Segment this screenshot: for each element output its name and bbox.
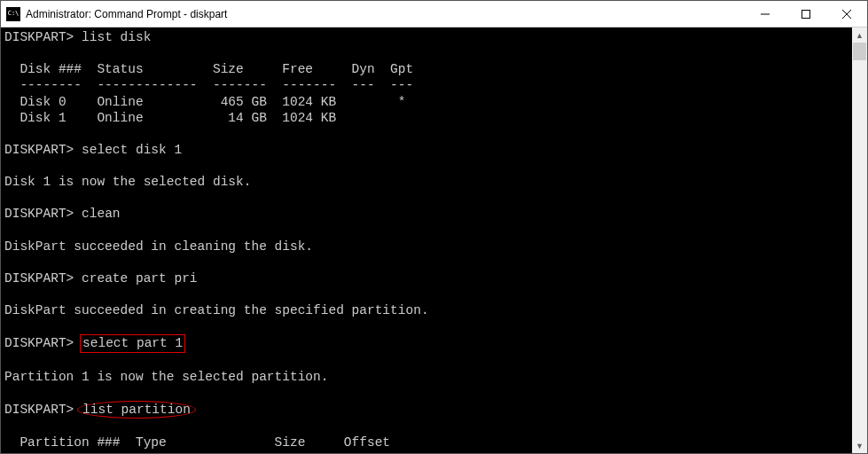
- output-message: Partition 1 is now the selected partitio…: [4, 370, 328, 384]
- console-output[interactable]: DISKPART> list disk Disk ### Status Size…: [1, 27, 852, 453]
- scroll-up-arrow-icon[interactable]: ▲: [852, 27, 867, 43]
- output-message: DiskPart succeeded in creating the speci…: [4, 303, 429, 317]
- cmd-select-part: select part 1: [82, 336, 183, 350]
- table-header: Partition ### Type Size Offset: [4, 435, 390, 450]
- output-message: Disk 1 is now the selected disk.: [4, 175, 251, 189]
- prompt: DISKPART>: [4, 207, 74, 221]
- cmd-clean: clean: [82, 207, 121, 221]
- cmd-create-part: create part pri: [82, 271, 198, 286]
- table-separator: -------- ------------- ------- ------- -…: [4, 78, 413, 92]
- annotation-select-part: select part 1: [80, 334, 185, 352]
- prompt: DISKPART>: [4, 403, 74, 417]
- svg-rect-1: [802, 10, 810, 18]
- table-separator: ------------- ---------------- ------- -…: [4, 451, 398, 453]
- scroll-down-arrow-icon[interactable]: ▼: [852, 438, 867, 453]
- cmd-icon: [6, 7, 20, 21]
- prompt: DISKPART>: [4, 271, 74, 286]
- maximize-button[interactable]: [786, 1, 826, 27]
- close-button[interactable]: [826, 1, 867, 27]
- scroll-thumb[interactable]: [853, 43, 866, 60]
- console-wrap: DISKPART> list disk Disk ### Status Size…: [1, 27, 867, 453]
- prompt: DISKPART>: [4, 336, 74, 350]
- annotation-list-partition: list partition: [77, 401, 196, 419]
- scrollbar[interactable]: ▲ ▼: [852, 27, 867, 453]
- window-title: Administrator: Command Prompt - diskpart: [26, 8, 745, 20]
- cmd-list-partition: list partition: [82, 403, 191, 417]
- scroll-track[interactable]: [852, 43, 867, 438]
- minimize-button[interactable]: [745, 1, 786, 27]
- table-header: Disk ### Status Size Free Dyn Gpt: [4, 62, 413, 76]
- table-row: Disk 0 Online 465 GB 1024 KB *: [4, 95, 405, 109]
- titlebar[interactable]: Administrator: Command Prompt - diskpart: [1, 1, 867, 27]
- window-controls: [745, 1, 867, 27]
- prompt: DISKPART>: [4, 143, 74, 157]
- cmd-list-disk: list disk: [82, 30, 151, 44]
- output-message: DiskPart succeeded in cleaning the disk.: [4, 239, 313, 254]
- cmd-select-disk: select disk 1: [82, 143, 182, 157]
- table-row: Disk 1 Online 14 GB 1024 KB: [4, 111, 336, 125]
- prompt: DISKPART>: [4, 30, 74, 44]
